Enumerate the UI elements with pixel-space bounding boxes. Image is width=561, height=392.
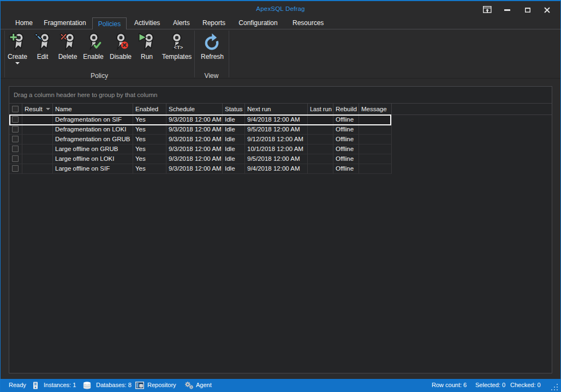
svg-text:<T>: <T>	[174, 44, 183, 50]
